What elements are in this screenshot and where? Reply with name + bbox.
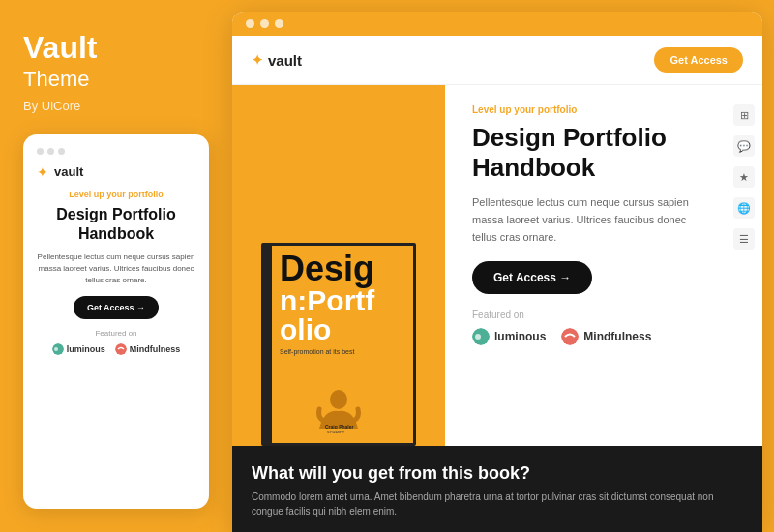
site-header: ✦ vault Get Access <box>232 36 762 85</box>
site-logo: ✦ vault <box>252 52 302 69</box>
mobile-mockup: ✦ vault Level up your portfolio Design P… <box>23 134 209 509</box>
left-panel: Vault Theme By UiCore ✦ vault Level up y… <box>0 0 232 532</box>
bottom-section: What will you get from this book? Commod… <box>232 446 762 532</box>
mobile-logo: vault <box>54 164 83 179</box>
hero-content: ⊞ 💬 ★ 🌐 ☰ Level up your portfolio Design… <box>445 85 762 446</box>
book-person-illustration: Craig Phaler SCHMIDT <box>310 380 368 433</box>
brand-title: Vault <box>23 31 209 65</box>
site-get-access-button[interactable]: Get Access <box>654 47 743 73</box>
svg-point-2 <box>115 343 127 355</box>
mobile-logos: luminous Mindfulness <box>37 343 195 355</box>
hero-tagline: Level up your portfolio <box>472 104 714 115</box>
featured-luminous: luminous <box>472 328 546 345</box>
site-content: ✦ vault Get Access Desig n:Portf olio Se… <box>232 36 762 532</box>
mobile-dot-3 <box>58 148 65 155</box>
svg-point-1 <box>54 347 58 351</box>
mobile-dot-2 <box>47 148 54 155</box>
chat-icon[interactable]: 💬 <box>733 135 755 157</box>
grid-icon[interactable]: ⊞ <box>733 104 755 126</box>
hero-get-access-button[interactable]: Get Access → <box>472 261 592 294</box>
browser-dot-2 <box>260 19 269 28</box>
book-spine <box>264 246 272 443</box>
star-icon[interactable]: ★ <box>733 166 755 188</box>
mobile-nav: ✦ vault <box>37 164 195 180</box>
site-logo-text: vault <box>268 52 302 69</box>
featured-mindfulness-icon <box>561 328 579 345</box>
book-cover: Desig n:Portf olio Self-promotion at its… <box>261 243 416 446</box>
svg-point-8 <box>561 328 579 345</box>
mindfulness-icon <box>115 343 127 355</box>
mobile-logo-mindfulness: Mindfulness <box>115 343 181 355</box>
mobile-get-access-button[interactable]: Get Access → <box>74 296 159 319</box>
mobile-browser-dots <box>37 148 195 155</box>
bottom-body: Commodo lorem amet urna. Amet bibendum p… <box>252 489 743 518</box>
mobile-dot-1 <box>37 148 44 155</box>
brand-subtitle: Theme <box>23 67 209 92</box>
browser-dot-1 <box>246 19 254 28</box>
right-sidebar-icons: ⊞ 💬 ★ 🌐 ☰ <box>733 104 755 250</box>
browser-dot-3 <box>275 19 283 28</box>
svg-point-7 <box>475 334 481 340</box>
book-title-line1: Desig <box>280 251 407 286</box>
book-title-line2: n:Portf <box>280 286 407 315</box>
svg-point-3 <box>330 390 347 409</box>
mobile-heading: Design PortfolioHandbook <box>37 205 195 244</box>
featured-logos: luminous Mindfulness <box>472 328 714 345</box>
hero-image-area: Desig n:Portf olio Self-promotion at its… <box>232 85 445 446</box>
globe-icon[interactable]: 🌐 <box>733 197 755 219</box>
brand-section: Vault Theme By UiCore <box>23 31 209 113</box>
mobile-featured-label: Featured on <box>37 329 195 338</box>
book-title-line3: olio <box>280 315 407 344</box>
hero-body: Pellentesque lectus cum neque cursus sap… <box>472 194 714 246</box>
featured-luminous-icon <box>472 328 490 345</box>
book-subtitle: Self-promotion at its best <box>280 348 407 355</box>
right-panel: ✦ vault Get Access Desig n:Portf olio Se… <box>232 12 762 532</box>
hero-heading: Design Portfolio Handbook <box>472 123 714 183</box>
mobile-star-icon: ✦ <box>37 164 48 180</box>
mobile-body: Pellentesque lectus cum neque cursus sap… <box>37 251 195 286</box>
luminous-icon <box>52 343 64 355</box>
bottom-heading: What will you get from this book? <box>252 463 743 484</box>
hero-section: Desig n:Portf olio Self-promotion at its… <box>232 85 762 446</box>
featured-on-label: Featured on <box>472 310 714 320</box>
mobile-logo-luminous: luminous <box>52 343 105 355</box>
featured-mindfulness: Mindfulness <box>561 328 651 345</box>
browser-bar <box>232 12 762 36</box>
mobile-tagline: Level up your portfolio <box>37 190 195 199</box>
svg-text:SCHMIDT: SCHMIDT <box>327 430 345 433</box>
svg-text:Craig Phaler: Craig Phaler <box>325 424 354 429</box>
site-star-icon: ✦ <box>252 52 263 68</box>
brand-by: By UiCore <box>23 99 209 113</box>
layers-icon[interactable]: ☰ <box>733 228 755 250</box>
